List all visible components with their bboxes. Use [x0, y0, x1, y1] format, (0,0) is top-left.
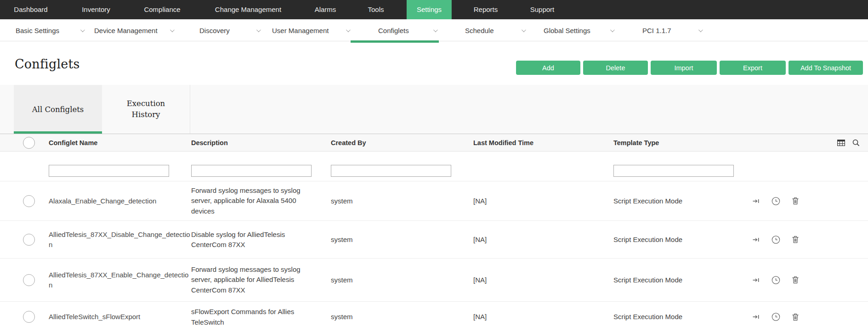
subnav-label: Device Management — [94, 27, 158, 34]
execution-history-clock-icon[interactable] — [772, 276, 780, 284]
nav-item-tools[interactable]: Tools — [357, 0, 394, 19]
chevron-down-icon — [170, 28, 175, 32]
subnav-item-configlets[interactable]: Configlets — [378, 19, 437, 41]
apply-to-device-icon[interactable] — [753, 198, 760, 204]
cell-last-modified-time: [NA] — [473, 275, 487, 285]
row-select-radio[interactable] — [23, 234, 35, 246]
cell-template-type: Script Execution Mode — [613, 275, 682, 285]
cell-description: Forward syslog messages to syslog server… — [191, 186, 310, 217]
row-actions — [753, 313, 799, 321]
nav-item-settings[interactable]: Settings — [407, 0, 452, 19]
cell-template-type: Script Execution Mode — [613, 196, 682, 206]
export-button[interactable]: Export — [720, 61, 786, 75]
cell-created-by: system — [331, 196, 353, 206]
select-all-radio[interactable] — [23, 137, 35, 149]
active-subnav-indicator — [351, 40, 439, 43]
execution-history-clock-icon[interactable] — [772, 313, 780, 321]
subnav-item-schedule[interactable]: Schedule — [465, 19, 525, 41]
subnav-label: PCI 1.1.7 — [642, 27, 671, 34]
delete-trash-icon[interactable] — [792, 313, 799, 321]
row-actions — [753, 276, 799, 284]
row-select-radio[interactable] — [23, 311, 35, 323]
tab-label: All Configlets — [32, 105, 84, 114]
column-header-configlet-name[interactable]: Configlet Name — [49, 134, 97, 152]
column-header-description[interactable]: Description — [191, 134, 228, 152]
chevron-down-icon — [698, 28, 703, 32]
tab-execution-history[interactable]: Execution History — [102, 85, 190, 134]
filter-input-configlet-name[interactable] — [49, 165, 169, 177]
nav-item-support[interactable]: Support — [520, 0, 565, 19]
chevron-down-icon — [256, 28, 261, 32]
top-navigation-bar: Dashboard Inventory Compliance Change Ma… — [0, 0, 868, 19]
chevron-down-icon — [522, 28, 526, 32]
column-header-template-type[interactable]: Template Type — [613, 134, 659, 152]
action-button-group: Add Delete Import Export Add To Snapshot — [516, 61, 863, 75]
nav-item-inventory[interactable]: Inventory — [72, 0, 120, 19]
filter-input-created-by[interactable] — [331, 165, 451, 177]
column-chooser-grid-icon[interactable] — [837, 140, 845, 146]
cell-configlet-name: AlliedTelesis_87XX_Enable_Change_detecti… — [49, 270, 192, 290]
column-header-created-by[interactable]: Created By — [331, 134, 366, 152]
row-select-radio[interactable] — [23, 274, 35, 286]
cell-created-by: system — [331, 275, 353, 285]
cell-created-by: system — [331, 312, 353, 322]
nav-item-dashboard[interactable]: Dashboard — [4, 0, 57, 19]
cell-description: Forward syslog messages to syslog server… — [191, 264, 310, 296]
delete-trash-icon[interactable] — [792, 276, 799, 284]
nav-item-reports[interactable]: Reports — [464, 0, 508, 19]
settings-sub-navigation: Basic Settings Device Management Discove… — [0, 19, 868, 41]
nav-item-change-management[interactable]: Change Management — [205, 0, 291, 19]
cell-description: Disable syslog for AlliedTelesis CenterC… — [191, 229, 310, 250]
execution-history-clock-icon[interactable] — [772, 197, 780, 205]
cell-created-by: system — [331, 234, 353, 245]
execution-history-clock-icon[interactable] — [772, 235, 780, 244]
apply-to-device-icon[interactable] — [753, 314, 760, 320]
delete-trash-icon[interactable] — [792, 236, 799, 243]
subnav-item-user-management[interactable]: User Management — [272, 19, 349, 41]
subnav-item-discovery[interactable]: Discovery — [199, 19, 260, 41]
filter-input-description[interactable] — [191, 165, 312, 177]
table-header-controls — [837, 134, 860, 152]
filter-input-template-type[interactable] — [613, 165, 734, 177]
chevron-down-icon — [80, 28, 85, 32]
chevron-down-icon — [433, 28, 438, 32]
column-header-last-modified-time[interactable]: Last Modified Time — [473, 134, 533, 152]
subnav-label: Discovery — [199, 27, 230, 34]
delete-button[interactable]: Delete — [583, 61, 648, 75]
table-row: AlliedTeleSwitch_sFlowExport sFlowExport… — [0, 302, 868, 332]
tab-label: Execution History — [123, 98, 169, 120]
subnav-item-pci[interactable]: PCI 1.1.7 — [642, 19, 702, 41]
delete-trash-icon[interactable] — [792, 197, 799, 205]
chevron-down-icon — [610, 28, 615, 32]
column-filter-row — [0, 152, 868, 181]
apply-to-device-icon[interactable] — [753, 236, 760, 242]
nav-item-alarms[interactable]: Alarms — [305, 0, 346, 19]
row-select-radio[interactable] — [23, 195, 35, 207]
subnav-label: Global Settings — [544, 27, 590, 34]
cell-configlet-name: AlliedTelesis_87XX_Disable_Change_detect… — [49, 229, 192, 250]
chevron-down-icon — [346, 28, 351, 32]
table-header-row: Configlet Name Description Created By La… — [0, 134, 868, 152]
add-to-snapshot-button[interactable]: Add To Snapshot — [789, 61, 863, 75]
subnav-label: Schedule — [465, 27, 494, 34]
subnav-label: Configlets — [378, 27, 409, 34]
tab-strip: All Configlets Execution History — [0, 85, 868, 134]
cell-template-type: Script Execution Mode — [613, 312, 682, 322]
subnav-label: Basic Settings — [16, 27, 59, 34]
tab-all-configlets[interactable]: All Configlets — [14, 85, 102, 134]
nav-item-compliance[interactable]: Compliance — [134, 0, 190, 19]
row-actions — [753, 235, 799, 244]
import-button[interactable]: Import — [651, 61, 717, 75]
table-row: Alaxala_Enable_Change_detection Forward … — [0, 181, 868, 221]
cell-description: sFlowExport Commands for Allies TeleSwit… — [191, 307, 310, 327]
search-icon[interactable] — [852, 139, 860, 146]
cell-last-modified-time: [NA] — [473, 312, 487, 322]
subnav-item-global-settings[interactable]: Global Settings — [544, 19, 613, 41]
subnav-item-basic-settings[interactable]: Basic Settings — [16, 19, 84, 41]
cell-last-modified-time: [NA] — [473, 196, 487, 206]
cell-configlet-name: AlliedTeleSwitch_sFlowExport — [49, 312, 192, 322]
apply-to-device-icon[interactable] — [753, 277, 760, 283]
row-actions — [753, 197, 799, 205]
subnav-item-device-management[interactable]: Device Management — [94, 19, 173, 41]
add-button[interactable]: Add — [516, 61, 580, 75]
